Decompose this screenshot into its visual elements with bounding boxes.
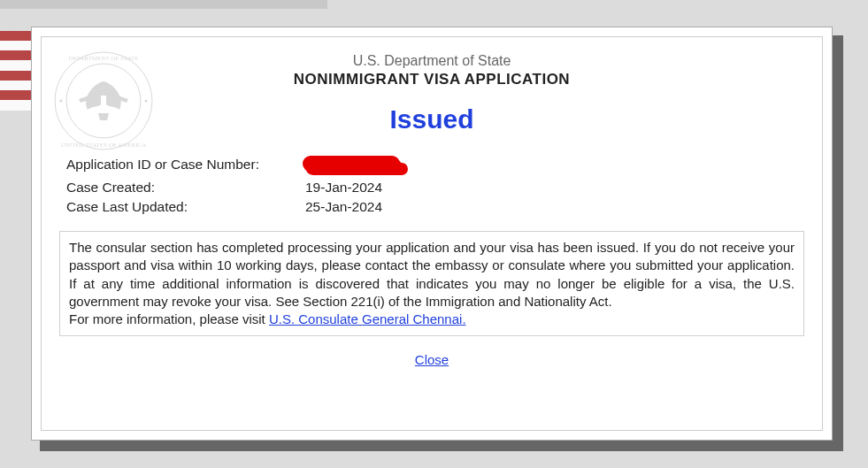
application-id-label: Application ID or Case Number: — [66, 157, 305, 176]
row-case-created: Case Created: 19-Jan-2024 — [66, 180, 822, 196]
close-button[interactable]: Close — [42, 352, 822, 367]
svg-text:UNITED STATES OF AMERICA: UNITED STATES OF AMERICA — [61, 142, 146, 149]
case-created-label: Case Created: — [66, 180, 305, 196]
message-body: The consular section has completed proce… — [69, 240, 795, 309]
status-modal: DEPARTMENT OF STATE UNITED STATES OF AME… — [31, 27, 833, 441]
visa-status: Issued — [42, 104, 822, 134]
top-banner-strip — [0, 0, 327, 9]
svg-point-5 — [60, 100, 63, 103]
modal-header: U.S. Department of State NONIMMIGRANT VI… — [42, 37, 822, 88]
modal-inner: DEPARTMENT OF STATE UNITED STATES OF AME… — [41, 36, 823, 431]
case-created-value: 19-Jan-2024 — [305, 180, 382, 196]
state-seal-icon: DEPARTMENT OF STATE UNITED STATES OF AME… — [50, 48, 157, 154]
case-details: Application ID or Case Number: Case Crea… — [66, 157, 822, 215]
svg-rect-2 — [101, 96, 106, 108]
application-id-value — [305, 157, 403, 176]
more-info-prefix: For more information, please visit — [69, 311, 269, 326]
form-title: NONIMMIGRANT VISA APPLICATION — [42, 71, 822, 88]
page-background: DEPARTMENT OF STATE UNITED STATES OF AME… — [0, 0, 868, 468]
case-updated-label: Case Last Updated: — [66, 199, 305, 215]
status-message: The consular section has completed proce… — [59, 231, 804, 336]
flag-stripes-decoration — [0, 31, 31, 111]
row-case-updated: Case Last Updated: 25-Jan-2024 — [66, 199, 822, 215]
case-updated-value: 25-Jan-2024 — [305, 199, 382, 215]
row-application-id: Application ID or Case Number: — [66, 157, 822, 176]
redacted-mark-icon — [305, 159, 403, 175]
department-label: U.S. Department of State — [42, 53, 822, 69]
svg-text:DEPARTMENT OF STATE: DEPARTMENT OF STATE — [69, 55, 139, 62]
svg-point-6 — [145, 100, 148, 103]
consulate-link[interactable]: U.S. Consulate General Chennai. — [269, 311, 466, 326]
